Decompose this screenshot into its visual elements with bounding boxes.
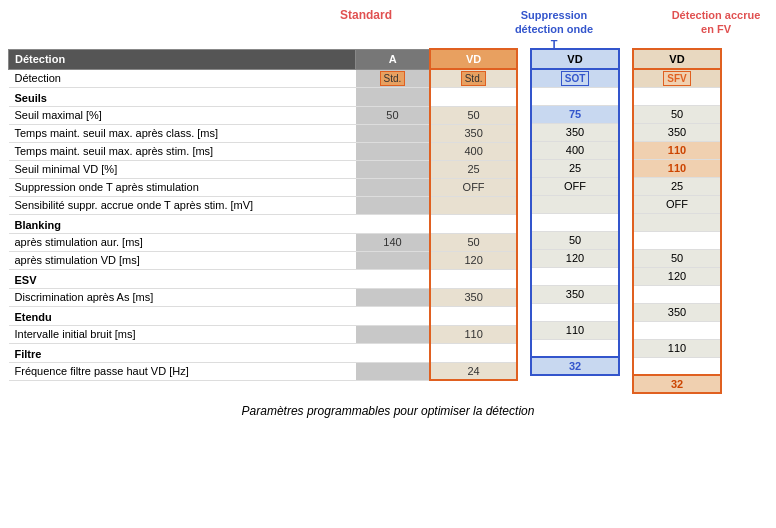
- row-label: après stimulation VD [ms]: [9, 251, 356, 269]
- row-value-a: [356, 124, 430, 142]
- detection-accrue-row: OFF: [633, 195, 721, 213]
- section-col-a: [356, 214, 430, 233]
- detection-accrue-section: [633, 87, 721, 105]
- detection-accrue-value: 110: [633, 339, 721, 357]
- suppression-value: 350: [531, 123, 619, 141]
- row-value-vd: [430, 196, 517, 214]
- row-value-a: [356, 288, 430, 306]
- suppression-value: 75: [531, 105, 619, 123]
- suppression-row: 110: [531, 321, 619, 339]
- section-header: Etendu: [9, 306, 518, 325]
- detection-accrue-value: 110: [633, 141, 721, 159]
- detection-accrue-row: 350: [633, 123, 721, 141]
- suppression-value: [531, 195, 619, 213]
- row-value-vd: OFF: [430, 178, 517, 196]
- table-row: Sensibilité suppr. accrue onde T après s…: [9, 196, 518, 214]
- row-label: Discrimination après As [ms]: [9, 288, 356, 306]
- suppression-value: OFF: [531, 177, 619, 195]
- suppression-section: [531, 303, 619, 321]
- suppression-value: 50: [531, 231, 619, 249]
- table-row: Suppression onde T après stimulation OFF: [9, 178, 518, 196]
- suppression-table-wrapper: VD SOT 75 350: [530, 48, 620, 376]
- tables-row: Détection A VD Détection Std. Std.: [8, 48, 722, 394]
- table-row: Seuil minimal VD [%] 25: [9, 160, 518, 178]
- section-col-vd: [430, 343, 517, 362]
- suppression-section: [531, 267, 619, 285]
- row-value-a: [356, 251, 430, 269]
- table-row: Temps maint. seuil max. après stim. [ms]…: [9, 142, 518, 160]
- detection-accrue-value: 120: [633, 267, 721, 285]
- section-header: Filtre: [9, 343, 518, 362]
- header-detection: Détection: [9, 49, 356, 69]
- detection-accrue-row: 32: [633, 375, 721, 393]
- suppression-section: [531, 339, 619, 357]
- std-label-vd: Std.: [461, 71, 487, 86]
- row-value-a: 140: [356, 233, 430, 251]
- table-row: Intervalle initial bruit [ms] 110: [9, 325, 518, 343]
- row-label: Sensibilité suppr. accrue onde T après s…: [9, 196, 356, 214]
- detection-accrue-row: [633, 213, 721, 231]
- section-col-vd: [430, 214, 517, 233]
- row-value-a: Std.: [356, 69, 430, 87]
- suppression-section: [531, 213, 619, 231]
- section-label: Etendu: [9, 306, 356, 325]
- row-label: Intervalle initial bruit [ms]: [9, 325, 356, 343]
- row-value-a: [356, 196, 430, 214]
- row-label: Seuil minimal VD [%]: [9, 160, 356, 178]
- detection-accrue-table-wrapper: VD SFV 50 350: [632, 48, 722, 394]
- label-suppression: Suppressiondétection ondeT: [504, 8, 604, 51]
- detection-accrue-value: 350: [633, 123, 721, 141]
- section-label: Seuils: [9, 87, 356, 106]
- row-value-vd: 350: [430, 124, 517, 142]
- main-container: Standard Suppressiondétection ondeT Déte…: [8, 8, 768, 418]
- section-col-vd: [430, 87, 517, 106]
- suppression-row: 400: [531, 141, 619, 159]
- row-value-a: [356, 362, 430, 380]
- row-value-vd: 25: [430, 160, 517, 178]
- header-col-a: A: [356, 49, 430, 69]
- std-label-a: Std.: [380, 71, 406, 86]
- label-detection-accrue: Détection accrueen FV: [656, 8, 776, 37]
- detection-accrue-row: 110: [633, 159, 721, 177]
- sot-label: SOT: [561, 71, 590, 86]
- section-col-vd: [430, 269, 517, 288]
- detection-accrue-section: [633, 357, 721, 375]
- detection-accrue-value: 50: [633, 249, 721, 267]
- suppression-value: 25: [531, 159, 619, 177]
- table-row: après stimulation VD [ms] 120: [9, 251, 518, 269]
- table-row: Détection Std. Std.: [9, 69, 518, 87]
- suppression-value: SOT: [531, 69, 619, 87]
- row-value-vd: 400: [430, 142, 517, 160]
- row-value-vd: 24: [430, 362, 517, 380]
- header-col-vd: VD: [430, 49, 517, 69]
- suppression-value: 350: [531, 285, 619, 303]
- suppression-table: VD SOT 75 350: [530, 48, 620, 376]
- section-col-a: [356, 343, 430, 362]
- caption: Paramètres programmables pour optimiser …: [8, 404, 768, 418]
- section-header: Blanking: [9, 214, 518, 233]
- detection-accrue-value: SFV: [633, 69, 721, 87]
- detection-accrue-row: 25: [633, 177, 721, 195]
- main-table: Détection A VD Détection Std. Std.: [8, 48, 518, 381]
- row-value-a: [356, 325, 430, 343]
- suppression-section: [531, 87, 619, 105]
- suppression-row: OFF: [531, 177, 619, 195]
- table-row: Seuil maximal [%] 50 50: [9, 106, 518, 124]
- section-col-vd: [430, 306, 517, 325]
- detection-accrue-row: SFV: [633, 69, 721, 87]
- suppression-row: [531, 195, 619, 213]
- sfv-label: SFV: [663, 71, 690, 86]
- suppression-row: 350: [531, 285, 619, 303]
- detection-accrue-value: 32: [633, 375, 721, 393]
- table-row: Discrimination après As [ms] 350: [9, 288, 518, 306]
- section-label: Filtre: [9, 343, 356, 362]
- detection-accrue-table: VD SFV 50 350: [632, 48, 722, 394]
- row-value-vd: 350: [430, 288, 517, 306]
- row-value-a: [356, 160, 430, 178]
- suppression-row: 50: [531, 231, 619, 249]
- detection-accrue-row: 110: [633, 141, 721, 159]
- suppression-row: 75: [531, 105, 619, 123]
- section-col-a: [356, 269, 430, 288]
- row-label: Fréquence filtre passe haut VD [Hz]: [9, 362, 356, 380]
- section-col-a: [356, 306, 430, 325]
